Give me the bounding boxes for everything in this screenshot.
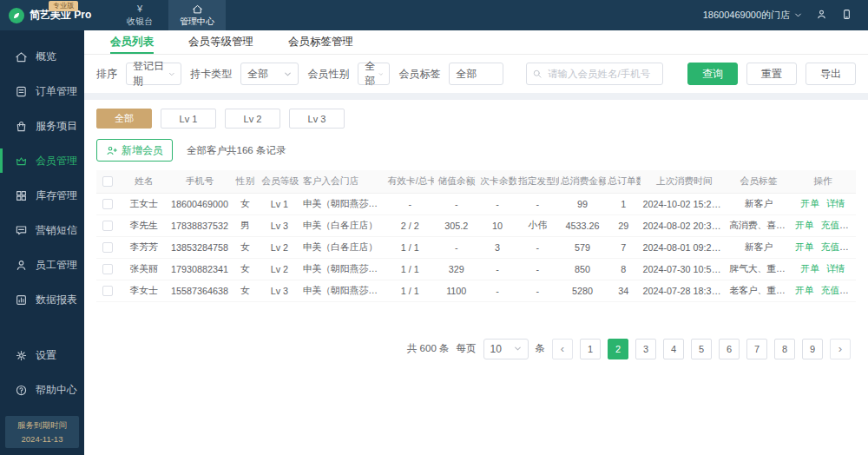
- cell-level: Lv 1: [260, 193, 299, 214]
- cell-times: 3: [478, 236, 516, 258]
- sidebar-item-label: 会员管理: [36, 154, 77, 168]
- page-button-8[interactable]: 8: [774, 339, 795, 359]
- page-button-2[interactable]: 2: [608, 339, 628, 359]
- next-page-button[interactable]: ›: [830, 339, 851, 359]
- column-header: 会员等级: [260, 170, 299, 193]
- brand-badge: 专业版: [49, 1, 78, 11]
- sidebar-item-sms[interactable]: 营销短信: [0, 213, 84, 247]
- row-checkbox[interactable]: [102, 264, 113, 274]
- per-page-select[interactable]: 10: [483, 339, 529, 359]
- cell-store: 申美（朝阳燕莎店）: [299, 258, 386, 280]
- card-type-select[interactable]: 全部: [240, 63, 299, 85]
- tab-member-list[interactable]: 会员列表: [110, 30, 154, 54]
- level-chip[interactable]: Lv 2: [225, 109, 280, 129]
- action-link[interactable]: 开单: [800, 198, 819, 208]
- prev-page-button[interactable]: ‹: [552, 339, 573, 359]
- cell-phone: 13853284758: [168, 236, 231, 258]
- page-button-3[interactable]: 3: [635, 339, 656, 359]
- order-icon: [15, 85, 28, 98]
- gender-select[interactable]: 全部: [358, 63, 390, 85]
- device-icon[interactable]: [841, 9, 852, 22]
- level-chip[interactable]: Lv 1: [161, 109, 216, 129]
- cell-total: 579: [559, 236, 606, 258]
- sidebar-item-inventory[interactable]: 库存管理: [0, 178, 84, 213]
- page-button-5[interactable]: 5: [691, 339, 712, 359]
- sidebar-item-staff[interactable]: 员工管理: [0, 247, 84, 282]
- cell-orders: 1: [606, 193, 641, 214]
- page-button-6[interactable]: 6: [719, 339, 740, 359]
- sidebar-item-label: 营销短信: [36, 223, 77, 238]
- cell-times: 10: [478, 214, 516, 236]
- card-type-label: 持卡类型: [190, 67, 232, 82]
- account-store-label: 18600469000的门店: [703, 9, 790, 22]
- cell-phone: 18600469000: [168, 193, 231, 214]
- cell-cards: 1 / 1: [385, 280, 434, 301]
- tab-member-levels[interactable]: 会员等级管理: [188, 30, 253, 54]
- action-link[interactable]: 开单: [795, 285, 814, 295]
- cell-times: -: [478, 258, 516, 280]
- add-member-button[interactable]: 新增会员: [96, 139, 173, 162]
- report-icon: [15, 293, 28, 307]
- top-tab-cashier[interactable]: ¥收银台: [111, 0, 168, 30]
- query-button[interactable]: 查询: [687, 63, 738, 85]
- cell-cards: 2 / 2: [385, 214, 434, 236]
- chevron-down-icon: [794, 10, 802, 21]
- page-button-9[interactable]: 9: [802, 339, 823, 359]
- search-input[interactable]: [546, 68, 657, 80]
- add-user-icon: [106, 145, 117, 156]
- action-link[interactable]: 充值: [820, 220, 839, 230]
- row-checkbox[interactable]: [102, 199, 113, 209]
- member-tag-label: 会员标签: [398, 67, 440, 82]
- page-button-4[interactable]: 4: [663, 339, 684, 359]
- page-button-1[interactable]: 1: [580, 339, 601, 359]
- page-button-7[interactable]: 7: [746, 339, 767, 359]
- cell-operations: 开单详情: [790, 193, 856, 214]
- table-header-row: 姓名手机号性别会员等级客户入会门店有效卡/总卡数储值余额次卡余数指定发型师总消费…: [96, 170, 856, 193]
- account-store-dropdown[interactable]: 18600469000的门店: [703, 9, 802, 22]
- member-tag-input[interactable]: 全部: [449, 63, 503, 85]
- action-link[interactable]: 开单: [795, 241, 814, 252]
- sidebar-item-members[interactable]: 会员管理: [0, 143, 84, 178]
- cell-store: 申美（白各庄店）: [299, 214, 386, 236]
- sidebar-item-orders[interactable]: 订单管理: [0, 74, 84, 109]
- action-link[interactable]: 充值: [820, 241, 839, 252]
- cell-tags: 脾气大、重点关注: [727, 258, 790, 280]
- select-all-checkbox[interactable]: [102, 176, 113, 187]
- sidebar-item-reports[interactable]: 数据报表: [0, 282, 84, 317]
- sidebar-item-settings[interactable]: 设置: [0, 338, 84, 373]
- action-link[interactable]: 开单: [800, 263, 819, 274]
- cell-level: Lv 2: [260, 236, 299, 258]
- cell-balance: -: [434, 236, 478, 258]
- cell-gender: 女: [231, 280, 260, 301]
- row-checkbox[interactable]: [102, 242, 113, 253]
- sidebar-item-services[interactable]: 服务项目: [0, 109, 84, 143]
- tab-member-tags[interactable]: 会员标签管理: [288, 30, 353, 54]
- export-button[interactable]: 导出: [806, 63, 856, 85]
- row-checkbox[interactable]: [102, 286, 113, 296]
- cell-level: Lv 2: [260, 258, 299, 280]
- cell-name: 李先生: [119, 214, 168, 236]
- level-chip[interactable]: 全部: [96, 109, 152, 129]
- cell-total: 5280: [559, 280, 606, 301]
- pagination: 共 600 条 每页 10 条 ‹ 123456789 ›: [96, 339, 856, 359]
- sidebar-item-help[interactable]: 帮助中心: [0, 373, 84, 407]
- sort-select[interactable]: 登记日期: [126, 63, 181, 85]
- top-tab-admin[interactable]: 管理中心: [168, 0, 226, 30]
- page-tabs: 会员列表会员等级管理会员标签管理: [84, 30, 868, 55]
- reset-button[interactable]: 重置: [746, 63, 797, 85]
- user-icon[interactable]: [816, 9, 827, 22]
- level-filter-chips: 全部Lv 1Lv 2Lv 3: [96, 109, 856, 129]
- action-link[interactable]: 充值: [820, 285, 839, 295]
- sidebar-item-overview[interactable]: 概览: [0, 39, 84, 74]
- action-link[interactable]: 详情: [826, 198, 845, 208]
- member-icon: [15, 155, 28, 168]
- row-checkbox[interactable]: [102, 221, 113, 231]
- action-link[interactable]: 开单: [795, 220, 814, 230]
- top-tab-label: 管理中心: [180, 16, 214, 28]
- cell-last_time: 2024-07-30 10:58:13: [641, 258, 727, 280]
- cell-level: Lv 3: [260, 280, 299, 301]
- cell-tags: 老客户、重点关注: [727, 280, 790, 301]
- level-chip[interactable]: Lv 3: [289, 109, 345, 129]
- gender-select-value: 全部: [365, 59, 378, 89]
- action-link[interactable]: 详情: [826, 263, 845, 274]
